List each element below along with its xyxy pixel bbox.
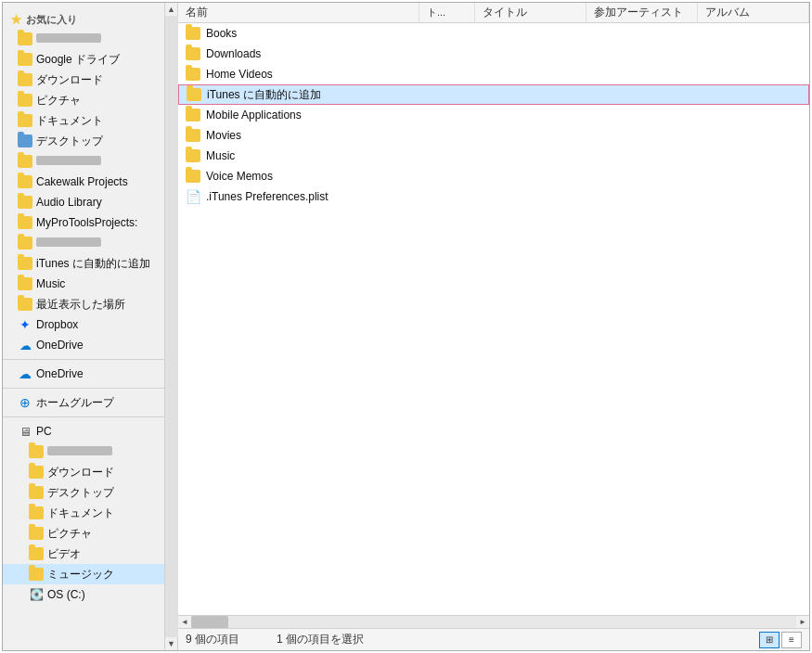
folder-icon — [29, 465, 44, 480]
sidebar-protools-label: MyProToolsProjects: — [36, 216, 137, 229]
folder-icon — [18, 236, 32, 250]
sidebar-pc-drive[interactable]: 💽 OS (C:) — [3, 584, 164, 605]
file-item-books[interactable]: Books — [178, 23, 809, 44]
sidebar-item-recent[interactable]: 最近表示した場所 — [3, 294, 164, 314]
status-bar: 9 個の項目 1 個の項目を選択 ⊞ ≡ — [178, 628, 809, 650]
sidebar-item-pc-root[interactable]: 🖥 PC — [3, 421, 164, 442]
sidebar-google-drive-label: Google ドライブ — [36, 52, 120, 68]
content-area: 名前 ト... タイトル 参加アーティスト アルバム Books — [178, 3, 809, 650]
sidebar-pc-download[interactable]: ダウンロード — [3, 462, 164, 482]
file-name-itunes-auto: iTunes に自動的に追加 — [207, 87, 801, 103]
file-item-downloads[interactable]: Downloads — [178, 44, 809, 64]
h-scroll-left[interactable]: ◄ — [178, 616, 191, 629]
folder-icon — [186, 109, 200, 122]
sidebar-item-protools[interactable]: MyProToolsProjects: — [3, 212, 164, 233]
folder-icon — [18, 174, 32, 189]
sidebar-item-document[interactable]: ドキュメント — [3, 110, 164, 131]
file-name-music: Music — [206, 149, 802, 162]
dropbox-icon: ✦ — [18, 317, 32, 332]
sidebar-pc-item-blurred[interactable] — [3, 442, 164, 462]
col-header-name[interactable]: 名前 — [178, 3, 419, 22]
folder-icon — [18, 195, 32, 210]
sidebar-pc-desktop[interactable]: デスクトップ — [3, 482, 164, 503]
view-btn-grid[interactable]: ⊞ — [759, 632, 780, 648]
pc-icon: 🖥 — [18, 424, 32, 439]
file-name-movies: Movies — [206, 129, 802, 142]
sidebar-item-blurred[interactable] — [3, 151, 164, 172]
col-header-artist[interactable]: 参加アーティスト — [586, 3, 698, 22]
sidebar-pc-picture[interactable]: ピクチャ — [3, 523, 164, 544]
col-header-track[interactable]: ト... — [419, 3, 475, 22]
sidebar-dropbox-label: Dropbox — [36, 318, 78, 331]
column-headers: 名前 ト... タイトル 参加アーティスト アルバム — [178, 3, 809, 23]
view-buttons: ⊞ ≡ — [759, 632, 802, 648]
sidebar-item-picture[interactable]: ピクチャ — [3, 90, 164, 110]
sidebar-pc-music[interactable]: ミュージック — [3, 564, 164, 584]
sidebar-item-cakewalk[interactable]: Cakewalk Projects — [3, 172, 164, 192]
pc-document-label: ドキュメント — [47, 506, 114, 521]
sidebar-picture-label: ピクチャ — [36, 93, 81, 109]
sidebar-item-homegroup[interactable]: ⊕ ホームグループ — [3, 392, 164, 413]
sidebar-itunes-auto-label: iTunes に自動的に追加 — [36, 256, 150, 272]
divider-1 — [3, 359, 164, 360]
sidebar-item-blurred2[interactable] — [3, 233, 164, 253]
drive-icon: 💽 — [29, 587, 44, 602]
favorites-section: ★ お気に入り — [3, 6, 164, 29]
sidebar-item-audio[interactable]: Audio Library — [3, 192, 164, 212]
folder-icon — [186, 129, 200, 142]
sidebar-cakewalk-label: Cakewalk Projects — [36, 175, 128, 188]
pc-picture-label: ピクチャ — [47, 526, 92, 542]
file-list: Books Downloads Home Videos iTunes に自動的に… — [178, 23, 809, 615]
sidebar-item-itunes-auto[interactable]: iTunes に自動的に追加 — [3, 253, 164, 274]
folder-icon — [29, 485, 44, 500]
file-item-movies[interactable]: Movies — [178, 125, 809, 146]
sidebar-download-label: ダウンロード — [36, 72, 103, 88]
folder-icon — [29, 506, 44, 520]
file-name-books: Books — [206, 27, 802, 40]
view-btn-list[interactable]: ≡ — [781, 632, 802, 648]
star-icon: ★ — [10, 12, 22, 27]
col-header-title[interactable]: タイトル — [475, 3, 586, 22]
h-scroll-thumb[interactable] — [191, 616, 228, 629]
folder-icon — [186, 149, 200, 162]
file-name-voice-memos: Voice Memos — [206, 170, 802, 183]
file-name-plist: .iTunes Preferences.plist — [206, 190, 802, 203]
plist-icon: 📄 — [186, 189, 200, 204]
col-header-album[interactable]: アルバム — [698, 3, 809, 22]
pc-download-label: ダウンロード — [47, 465, 114, 480]
file-item-home-videos[interactable]: Home Videos — [178, 64, 809, 84]
folder-icon — [18, 256, 32, 271]
file-name-downloads: Downloads — [206, 47, 802, 60]
folder-icon — [186, 47, 200, 60]
file-name-mobile-apps: Mobile Applications — [206, 109, 802, 122]
sidebar-item-desktop[interactable]: デスクトップ — [3, 131, 164, 151]
sidebar-item-music[interactable]: Music — [3, 274, 164, 294]
sidebar-item-onedrive-fav[interactable]: ☁ OneDrive — [3, 335, 164, 355]
h-scroll-right[interactable]: ► — [796, 616, 809, 629]
divider-2 — [3, 388, 164, 389]
file-item-itunes-auto[interactable]: iTunes に自動的に追加 — [178, 84, 809, 105]
homegroup-label: ホームグループ — [36, 395, 114, 411]
scroll-up-arrow[interactable]: ▲ — [165, 3, 178, 16]
scroll-down-arrow[interactable]: ▼ — [165, 637, 178, 650]
homegroup-icon: ⊕ — [18, 395, 32, 410]
file-item-plist[interactable]: 📄 .iTunes Preferences.plist — [178, 186, 809, 207]
sidebar-item-download[interactable]: ダウンロード — [3, 70, 164, 90]
folder-icon — [18, 52, 32, 67]
sidebar-item-onedrive[interactable]: ☁ OneDrive — [3, 364, 164, 384]
scroll-track — [165, 16, 178, 637]
sidebar-pc-document[interactable]: ドキュメント — [3, 503, 164, 523]
sidebar-pc-video[interactable]: ビデオ — [3, 544, 164, 564]
folder-icon — [186, 68, 200, 81]
pc-drive-label: OS (C:) — [47, 588, 85, 601]
onedrive-icon: ☁ — [18, 366, 32, 381]
sidebar-item-google-drive[interactable]: Google ドライブ — [3, 49, 164, 70]
h-scrollbar: ◄ ► — [178, 615, 809, 628]
folder-blue-icon — [18, 134, 32, 148]
folder-icon — [18, 154, 32, 169]
sidebar-item-0[interactable] — [3, 29, 164, 49]
file-item-music[interactable]: Music — [178, 146, 809, 166]
file-item-voice-memos[interactable]: Voice Memos — [178, 166, 809, 186]
file-item-mobile-apps[interactable]: Mobile Applications — [178, 105, 809, 125]
sidebar-item-dropbox[interactable]: ✦ Dropbox — [3, 314, 164, 335]
